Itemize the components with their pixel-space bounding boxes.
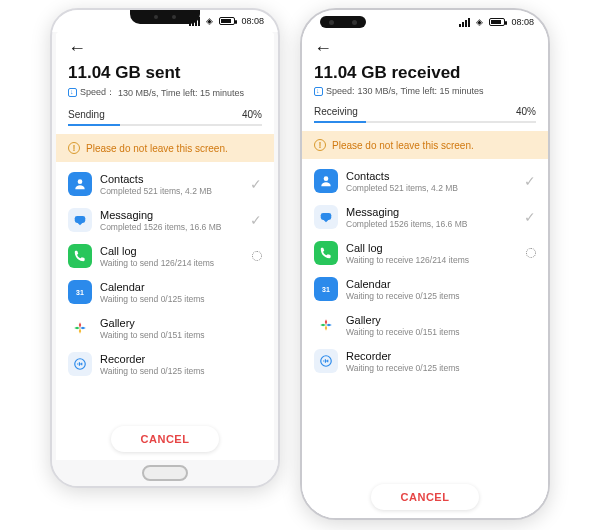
tab-underline	[68, 124, 262, 126]
item-text: Call logWaiting to send 126/214 items	[100, 245, 244, 268]
wifi-icon: ◈	[476, 17, 483, 27]
speed-label: Speed：	[80, 86, 115, 99]
tab-receiving[interactable]: Receiving	[314, 106, 358, 117]
item-subtitle: Waiting to send 0/125 items	[100, 366, 244, 376]
messaging-icon	[314, 205, 338, 229]
item-text: Call logWaiting to receive 126/214 items	[346, 242, 518, 265]
item-text: GalleryWaiting to receive 0/151 items	[346, 314, 518, 337]
warning-text: Please do not leave this screen.	[86, 143, 228, 154]
item-text: CalendarWaiting to send 0/125 items	[100, 281, 244, 304]
progress-percent: 40%	[516, 106, 536, 117]
progress-percent: 40%	[242, 109, 262, 120]
item-text: CalendarWaiting to receive 0/125 items	[346, 278, 518, 301]
screen: ← 11.04 GB received Speed: 130 MB/s, Tim…	[302, 32, 548, 518]
item-subtitle: Completed 1526 items, 16.6 MB	[100, 222, 242, 232]
gallery-icon	[314, 313, 338, 337]
list-item[interactable]: ContactsCompleted 521 items, 4.2 MB✓	[302, 163, 548, 199]
recorder-icon	[314, 349, 338, 373]
item-title: Gallery	[100, 317, 244, 329]
spinner-icon	[526, 248, 536, 258]
item-subtitle: Completed 521 items, 4.2 MB	[346, 183, 516, 193]
clock: 08:08	[241, 16, 264, 26]
speed-value: 130 MB/s, Time left: 15 minutes	[118, 88, 244, 98]
speed-line: Speed: 130 MB/s, Time left: 15 minutes	[314, 86, 536, 96]
check-icon: ✓	[524, 209, 536, 225]
svg-text:31: 31	[322, 286, 330, 293]
item-subtitle: Completed 521 items, 4.2 MB	[100, 186, 242, 196]
list-item[interactable]: Call logWaiting to send 126/214 items	[56, 238, 274, 274]
item-subtitle: Waiting to receive 0/125 items	[346, 363, 518, 373]
screen: ← 11.04 GB sent Speed： 130 MB/s, Time le…	[56, 32, 274, 460]
punch-hole	[320, 16, 366, 28]
list-item[interactable]: RecorderWaiting to receive 0/125 items	[302, 343, 548, 379]
item-subtitle: Waiting to send 126/214 items	[100, 258, 244, 268]
contacts-icon	[314, 169, 338, 193]
item-text: ContactsCompleted 521 items, 4.2 MB	[346, 170, 516, 193]
calendar-icon: 31	[68, 280, 92, 304]
phone-receiver: ◈ 08:08 ← 11.04 GB received Speed: 130 M…	[300, 8, 550, 520]
list-item[interactable]: Call logWaiting to receive 126/214 items	[302, 235, 548, 271]
item-title: Recorder	[346, 350, 518, 362]
list-item[interactable]: 31CalendarWaiting to send 0/125 items	[56, 274, 274, 310]
item-text: RecorderWaiting to receive 0/125 items	[346, 350, 518, 373]
check-icon: ✓	[524, 173, 536, 189]
speed-icon	[68, 88, 77, 97]
call-icon	[68, 244, 92, 268]
cancel-button[interactable]: CANCEL	[111, 426, 220, 452]
list-item[interactable]: GalleryWaiting to send 0/151 items	[56, 310, 274, 346]
list-item[interactable]: MessagingCompleted 1526 items, 16.6 MB✓	[302, 199, 548, 235]
item-title: Messaging	[346, 206, 516, 218]
speed-label: Speed:	[326, 86, 355, 96]
notch	[130, 10, 200, 24]
item-title: Contacts	[100, 173, 242, 185]
warning-icon: !	[68, 142, 80, 154]
list-item[interactable]: ContactsCompleted 521 items, 4.2 MB✓	[56, 166, 274, 202]
item-subtitle: Waiting to receive 126/214 items	[346, 255, 518, 265]
speed-icon	[314, 87, 323, 96]
item-subtitle: Waiting to receive 0/151 items	[346, 327, 518, 337]
item-title: Calendar	[100, 281, 244, 293]
back-button[interactable]: ←	[68, 38, 86, 59]
tab-sending[interactable]: Sending	[68, 109, 105, 120]
transfer-list[interactable]: ContactsCompleted 521 items, 4.2 MB✓Mess…	[56, 162, 274, 420]
speed-value: 130 MB/s, Time left: 15 minutes	[358, 86, 484, 96]
item-text: GalleryWaiting to send 0/151 items	[100, 317, 244, 340]
list-item[interactable]: GalleryWaiting to receive 0/151 items	[302, 307, 548, 343]
item-text: MessagingCompleted 1526 items, 16.6 MB	[100, 209, 242, 232]
list-item[interactable]: RecorderWaiting to send 0/125 items	[56, 346, 274, 382]
home-button[interactable]	[142, 465, 188, 481]
warning-banner: ! Please do not leave this screen.	[56, 134, 274, 162]
item-text: ContactsCompleted 521 items, 4.2 MB	[100, 173, 242, 196]
item-text: RecorderWaiting to send 0/125 items	[100, 353, 244, 376]
item-title: Call log	[100, 245, 244, 257]
svg-rect-5	[321, 213, 332, 220]
transfer-list[interactable]: ContactsCompleted 521 items, 4.2 MB✓Mess…	[302, 159, 548, 478]
recorder-icon	[68, 352, 92, 376]
cancel-button[interactable]: CANCEL	[371, 484, 480, 510]
gallery-icon	[68, 316, 92, 340]
battery-icon	[219, 17, 235, 25]
page-title: 11.04 GB received	[314, 63, 536, 83]
warning-banner: ! Please do not leave this screen.	[302, 131, 548, 159]
item-title: Call log	[346, 242, 518, 254]
spinner-icon	[252, 251, 262, 261]
tab-row: Sending 40%	[56, 103, 274, 120]
svg-point-4	[324, 176, 329, 181]
header: ← 11.04 GB received Speed: 130 MB/s, Tim…	[302, 32, 548, 100]
svg-text:31: 31	[76, 289, 84, 296]
check-icon: ✓	[250, 176, 262, 192]
back-button[interactable]: ←	[314, 38, 332, 59]
phone-sender: ◈ 08:08 ← 11.04 GB sent Speed： 130 MB/s,…	[50, 8, 280, 488]
header: ← 11.04 GB sent Speed： 130 MB/s, Time le…	[56, 32, 274, 103]
item-subtitle: Completed 1526 items, 16.6 MB	[346, 219, 516, 229]
clock: 08:08	[511, 17, 534, 27]
list-item[interactable]: 31CalendarWaiting to receive 0/125 items	[302, 271, 548, 307]
contacts-icon	[68, 172, 92, 196]
item-title: Gallery	[346, 314, 518, 326]
item-text: MessagingCompleted 1526 items, 16.6 MB	[346, 206, 516, 229]
page-title: 11.04 GB sent	[68, 63, 262, 83]
list-item[interactable]: MessagingCompleted 1526 items, 16.6 MB✓	[56, 202, 274, 238]
item-subtitle: Waiting to receive 0/125 items	[346, 291, 518, 301]
wifi-icon: ◈	[206, 16, 213, 26]
speed-line: Speed： 130 MB/s, Time left: 15 minutes	[68, 86, 262, 99]
